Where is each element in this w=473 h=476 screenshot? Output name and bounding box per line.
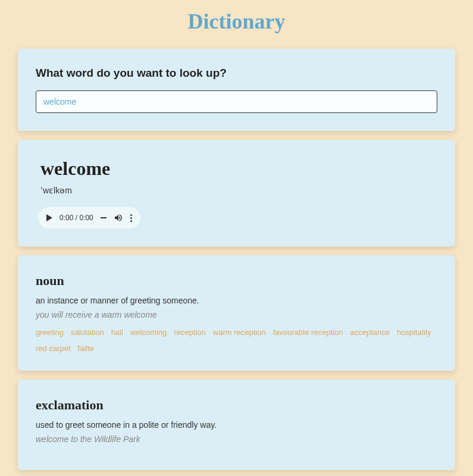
- synonym-link[interactable]: favourable reception: [273, 328, 343, 337]
- page-title: Dictionary: [18, 9, 455, 34]
- synonym-link[interactable]: warm reception: [213, 328, 266, 337]
- synonym-link[interactable]: greeting: [36, 328, 64, 337]
- audio-player[interactable]: 0:00 / 0:00: [38, 207, 140, 228]
- synonym-link[interactable]: hail: [111, 328, 123, 337]
- entry-card: exclamationused to greet someone in a po…: [18, 380, 455, 470]
- example: welcome to the Wildlife Park: [36, 434, 437, 444]
- definition: an instance or manner of greeting someon…: [36, 296, 437, 305]
- definition: used to greet someone in a polite or fri…: [36, 420, 437, 430]
- synonym-link[interactable]: welcoming: [130, 328, 167, 337]
- search-label: What word do you want to look up?: [36, 67, 437, 80]
- synonym-link[interactable]: fáilte: [78, 344, 94, 353]
- part-of-speech: noun: [36, 273, 437, 289]
- synonym-link[interactable]: hospitality: [397, 328, 431, 337]
- synonym-link[interactable]: acceptance: [350, 328, 390, 337]
- example: you will receive a warm welcome: [36, 310, 437, 320]
- word-phonetic: ˈwɛlkəm: [36, 186, 437, 195]
- audio-progress-dash: [101, 217, 106, 218]
- synonyms-list: greetingsalutationhailwelcomingreception…: [36, 328, 437, 353]
- volume-icon[interactable]: [114, 213, 123, 223]
- entry-card: nounan instance or manner of greeting so…: [18, 255, 455, 371]
- word-card: welcome ˈwɛlkəm 0:00 / 0:00: [18, 140, 455, 246]
- part-of-speech: exclamation: [36, 397, 437, 413]
- play-icon[interactable]: [46, 214, 52, 221]
- audio-time: 0:00 / 0:00: [59, 214, 93, 222]
- word-title: welcome: [36, 158, 437, 180]
- synonym-link[interactable]: salutation: [71, 328, 104, 337]
- audio-menu-icon[interactable]: [130, 214, 132, 222]
- search-card: What word do you want to look up?: [18, 49, 455, 131]
- synonym-link[interactable]: reception: [174, 328, 205, 337]
- synonym-link[interactable]: red carpet: [36, 344, 71, 353]
- search-input[interactable]: [36, 90, 437, 113]
